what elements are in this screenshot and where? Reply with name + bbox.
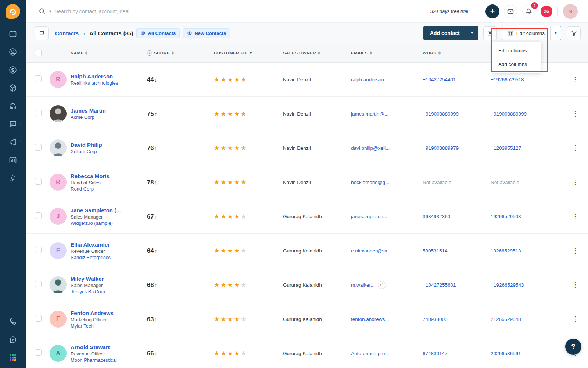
column-header-sales-owner[interactable]: SALES OWNER	[283, 51, 351, 55]
sidebar-item-campaigns[interactable]: ⋮	[8, 138, 17, 146]
work-phone[interactable]: 748938005	[423, 316, 491, 322]
notifications-count-button[interactable]: 26	[541, 6, 552, 17]
row-actions-kebab[interactable]: ⋮	[562, 315, 588, 323]
sort-icon[interactable]	[438, 51, 441, 55]
column-header-name[interactable]: NAME	[71, 51, 147, 55]
sidebar-item-settings[interactable]	[8, 174, 17, 183]
help-button[interactable]: ?	[565, 339, 581, 355]
email-button[interactable]	[504, 5, 517, 18]
sort-icon[interactable]	[85, 51, 87, 55]
mobile-phone[interactable]: +19266529543	[491, 282, 562, 288]
column-header-score[interactable]: i SCORE	[147, 50, 214, 56]
user-avatar[interactable]: N	[563, 4, 578, 19]
email-link[interactable]: e.alexander@sa...	[351, 248, 391, 254]
row-checkbox[interactable]	[35, 178, 42, 185]
work-phone[interactable]: +10427255601	[423, 282, 491, 288]
info-icon[interactable]: i	[147, 50, 152, 56]
contact-name-link[interactable]: Fenton Andrews	[71, 310, 147, 316]
email-link[interactable]: Auto-enrich pro...	[351, 351, 389, 356]
breadcrumb-current-view[interactable]: All Contacts	[89, 30, 122, 36]
chatbot-icon[interactable]	[8, 335, 17, 344]
email-link[interactable]: m.walker...	[351, 282, 375, 288]
email-link[interactable]: ralph.anderson...	[351, 77, 388, 82]
row-actions-kebab[interactable]: ⋮	[562, 212, 588, 220]
search-input[interactable]	[55, 8, 209, 14]
work-phone[interactable]: +919003889979	[423, 145, 491, 151]
mobile-phone[interactable]: 19266529513	[491, 248, 562, 254]
row-checkbox[interactable]	[35, 247, 42, 253]
contact-company-link[interactable]: Reallinks technologies	[71, 80, 147, 86]
select-all-checkbox[interactable]	[35, 50, 42, 56]
row-actions-kebab[interactable]: ⋮	[562, 281, 588, 289]
view-chip-all-contacts[interactable]: All Contacts	[136, 28, 180, 38]
contact-company-link[interactable]: Xelium Corp	[71, 149, 147, 154]
sidebar-item-conversations[interactable]: ⋮	[8, 120, 17, 128]
contact-name-link[interactable]: Arnold Stewart	[71, 344, 147, 350]
view-chip-new-contacts[interactable]: New Contacts	[183, 28, 230, 38]
work-phone[interactable]: Not available	[423, 180, 491, 185]
contact-name-link[interactable]: David Philip	[71, 142, 147, 148]
row-checkbox[interactable]	[35, 315, 42, 322]
row-checkbox[interactable]	[35, 212, 42, 219]
sort-icon[interactable]	[370, 51, 372, 55]
row-checkbox[interactable]	[35, 75, 42, 82]
sort-desc-icon[interactable]	[249, 52, 252, 54]
work-phone[interactable]: +10427254401	[423, 77, 491, 82]
mobile-phone[interactable]: 21266529548	[491, 316, 562, 322]
contact-company-link[interactable]: Jentycs BizCorp	[71, 289, 147, 294]
contact-company-link[interactable]: Sandiz Enterprises	[71, 255, 147, 260]
row-actions-kebab[interactable]: ⋮	[562, 247, 588, 255]
contact-name-link[interactable]: James Martin	[71, 107, 147, 114]
contact-name-link[interactable]: Ellia Alexander	[71, 241, 147, 248]
contact-name-link[interactable]: Miley Walker	[71, 276, 147, 282]
sort-icon[interactable]	[318, 51, 320, 55]
filter-button[interactable]	[567, 26, 581, 40]
apps-grid-icon[interactable]	[8, 353, 17, 362]
menu-item-edit-columns[interactable]: Edit columns	[492, 44, 541, 57]
row-checkbox[interactable]	[35, 281, 42, 287]
brand-logo[interactable]	[0, 0, 26, 23]
edit-columns-caret-button[interactable]: ▼	[550, 26, 561, 40]
email-link[interactable]: fenton.andrews...	[351, 316, 389, 322]
contact-company-link[interactable]: Moon Pharmaceutical	[71, 357, 147, 363]
row-actions-kebab[interactable]: ⋮	[562, 110, 588, 118]
menu-item-add-columns[interactable]: Add columns	[492, 57, 541, 71]
sidebar-item-deals[interactable]: ⋮	[8, 66, 17, 74]
column-header-customer-fit[interactable]: CUSTOMER FIT	[214, 51, 283, 55]
view-switcher-button[interactable]	[35, 26, 49, 40]
row-actions-kebab[interactable]: ⋮	[562, 144, 588, 152]
work-phone[interactable]: 3684932360	[423, 214, 491, 219]
mobile-phone[interactable]: 19266529503	[491, 214, 562, 219]
edit-columns-button[interactable]: Edit columns	[502, 26, 550, 40]
quick-add-button[interactable]: +	[485, 4, 499, 18]
email-link[interactable]: davi.philip@xeli...	[351, 145, 390, 151]
phone-icon[interactable]	[8, 317, 17, 326]
row-checkbox[interactable]	[35, 349, 42, 356]
sort-icon[interactable]	[172, 51, 174, 55]
sidebar-item-calendar[interactable]	[8, 29, 17, 38]
contact-name-link[interactable]: Rebecca Moris	[71, 173, 147, 179]
contact-name-link[interactable]: Ralph Anderson	[71, 73, 147, 79]
column-header-emails[interactable]: EMAILS	[351, 51, 423, 55]
mobile-phone[interactable]: 20266536561	[491, 351, 562, 356]
column-header-work[interactable]: WORK	[423, 51, 491, 55]
sidebar-item-contacts[interactable]: ⋮	[8, 47, 17, 56]
email-link[interactable]: james.martin@...	[351, 111, 388, 117]
mobile-phone[interactable]: +1203955127	[491, 145, 562, 151]
email-link[interactable]: beckiemoris@g...	[351, 180, 390, 185]
contact-company-link[interactable]: Mylar Tech	[71, 323, 147, 329]
row-checkbox[interactable]	[35, 144, 42, 151]
add-contact-caret-icon[interactable]: ▼	[466, 31, 478, 35]
sidebar-item-products[interactable]	[8, 84, 17, 92]
row-actions-kebab[interactable]: ⋮	[562, 178, 588, 186]
contact-company-link[interactable]: Widgetz.io (sample)	[71, 220, 147, 226]
contact-company-link[interactable]: Acme Corp	[71, 114, 147, 120]
contact-company-link[interactable]: Rond Corp	[71, 186, 147, 192]
row-actions-kebab[interactable]: ⋮	[562, 75, 588, 84]
work-phone[interactable]: 674830147	[423, 351, 491, 356]
contact-name-link[interactable]: Jane Sampleton (...	[71, 207, 147, 213]
work-phone[interactable]: +919003889999	[423, 111, 491, 117]
mobile-phone[interactable]: Not available	[491, 180, 562, 185]
email-link[interactable]: janesampleton...	[351, 214, 387, 219]
sidebar-item-analytics[interactable]	[8, 156, 17, 164]
